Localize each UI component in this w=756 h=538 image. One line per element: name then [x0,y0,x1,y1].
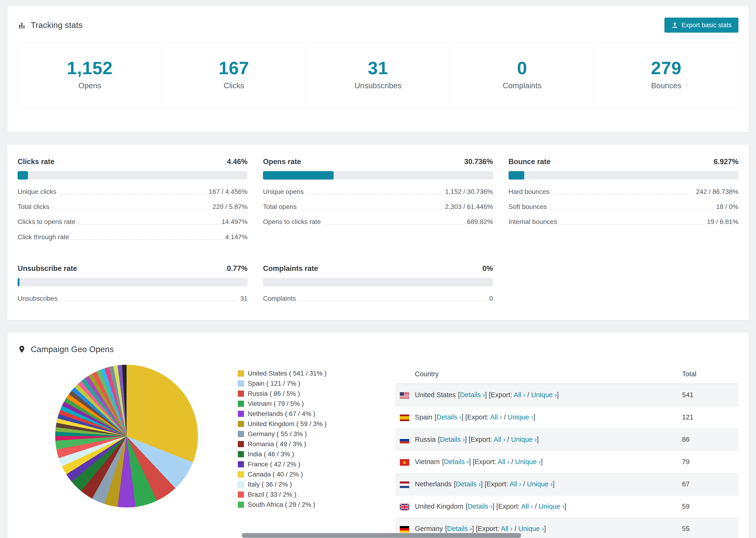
metric-value: 4.147% [225,233,247,241]
metric-row: Clicks to opens rate 14.497% [18,214,247,229]
metric-row: Unsubscribes 31 [18,291,247,306]
export-all-link[interactable]: All › [494,436,506,443]
export-all-link[interactable]: All › [490,413,502,421]
rate-rows: Hard bounces 242 / 86.738% Soft bounces … [509,184,738,230]
legend-item: Canada ( 40 / 2% ) [238,469,366,480]
rates-card: Clicks rate 4.46% Unique clicks 167 / 4.… [7,144,749,320]
details-link[interactable]: Details › [436,413,461,421]
stat-value: 1,152 [18,59,162,77]
metric-value: 31 [240,295,247,302]
country-total: 121 [682,413,738,421]
tracking-stats-card: Tracking stats Export basic stats 1,152 … [7,6,749,133]
metric-label: Unique opens [263,188,303,195]
dotted-leader [71,239,223,240]
export-unique-link[interactable]: Unique › [515,458,541,465]
rate-panel: Bounce rate 6.927% Hard bounces 242 / 86… [509,157,738,244]
slash: / [525,391,531,399]
stat-label: Unsubscribes [306,81,450,90]
metric-label: Click through rate [18,233,69,241]
stat-box-clicks: 167 Clicks [162,43,306,108]
details-link[interactable]: Details › [440,436,465,443]
export-unique-link[interactable]: Unique › [508,413,533,421]
metric-row: Hard bounces 242 / 86.738% [509,184,738,199]
country-name: Russia [415,436,436,443]
dotted-leader [59,194,206,194]
legend-color-swatch [238,492,244,498]
export-prefix: [Export: [469,436,492,443]
legend-label: India ( 46 / 3% ) [248,451,294,458]
bracket: [ [438,436,440,443]
legend-item: Brazil ( 33 / 2% ) [238,490,366,500]
dotted-leader [52,209,210,209]
details-link[interactable]: Details › [447,525,472,532]
details-link[interactable]: Details › [460,391,485,399]
export-unique-link[interactable]: Unique › [539,503,565,510]
country-total: 79 [682,458,738,466]
legend-item: Netherlands ( 67 / 4% ) [238,409,366,419]
export-all-link[interactable]: All › [521,503,533,510]
export-unique-link[interactable]: Unique › [518,525,544,532]
progress-bar-fill [18,278,20,286]
legend-item: United Kingdom ( 59 / 3% ) [238,419,366,429]
stat-label: Bounces [594,81,738,90]
legend-color-swatch [238,381,244,387]
legend-item: Russia ( 86 / 5% ) [238,389,366,399]
stats-row: 1,152 Opens 167 Clicks 31 Unsubscribes 0… [18,42,738,109]
rate-value: 0.77% [227,264,247,273]
legend-label: Russia ( 86 / 5% ) [248,390,300,398]
country-cell: Russia[Details ›] [Export: All › / Uniqu… [395,436,682,443]
metric-value: 14.497% [222,218,248,226]
rate-head: Bounce rate 6.927% [509,157,738,166]
dotted-leader [78,224,219,225]
country-cell: Germany[Details ›] [Export: All › / Uniq… [395,525,682,533]
legend-item: India ( 46 / 3% ) [238,449,366,459]
rates-grid: Clicks rate 4.46% Unique clicks 167 / 4.… [18,157,738,306]
metric-row: Complaints 0 [263,291,493,306]
export-unique-link[interactable]: Unique › [531,391,557,399]
rate-head: Clicks rate 4.46% [18,157,247,166]
export-prefix: [Export: [496,503,520,510]
export-all-link[interactable]: All › [510,480,521,488]
export-basic-stats-button[interactable]: Export basic stats [665,18,738,32]
country-name: United Kingdom [415,503,463,510]
bracket: ] [461,413,463,421]
tracking-stats-title: Tracking stats [31,21,82,30]
metric-value: 242 / 86.738% [696,188,738,195]
export-all-link[interactable]: All › [514,391,525,399]
stat-value: 279 [594,59,738,77]
bracket: ] [472,525,474,532]
export-unique-link[interactable]: Unique › [511,436,537,443]
legend-color-swatch [238,411,244,417]
legend-item: France ( 42 / 2% ) [238,459,366,469]
rate-panel: Clicks rate 4.46% Unique clicks 167 / 4.… [18,157,247,244]
bracket: [ [458,391,460,399]
slash: / [502,413,508,421]
details-link[interactable]: Details › [456,480,481,488]
total-column-header: Total [682,370,738,378]
details-link[interactable]: Details › [444,458,469,465]
flag-nl-icon [400,481,409,488]
export-unique-link[interactable]: Unique › [527,480,553,488]
rate-panel: Unsubscribe rate 0.77% Unsubscribes 31 [18,264,247,306]
export-prefix: [Export: [476,525,499,532]
metric-label: Soft bounces [509,203,547,211]
export-all-link[interactable]: All › [498,458,510,465]
legend-color-swatch [238,370,244,377]
table-header-row: Country Total [395,365,738,384]
rate-rows: Complaints 0 [263,291,493,306]
bracket: ] [533,413,535,421]
horizontal-scrollbar[interactable] [0,533,756,538]
bracket: ] [493,503,495,510]
export-all-link[interactable]: All › [501,525,513,532]
rate-title: Unsubscribe rate [18,264,77,273]
legend-label: United States ( 541 / 31% ) [248,370,327,377]
bracket: ] [481,480,483,488]
legend-color-swatch [238,421,244,427]
slash: / [513,525,518,532]
geo-opens-pie-chart [55,365,198,508]
metric-label: Unique clicks [18,188,56,195]
details-link[interactable]: Details › [467,503,492,510]
tracking-stats-header: Tracking stats Export basic stats [18,18,738,32]
horizontal-scrollbar-thumb[interactable] [242,533,521,538]
legend-color-swatch [238,441,244,447]
